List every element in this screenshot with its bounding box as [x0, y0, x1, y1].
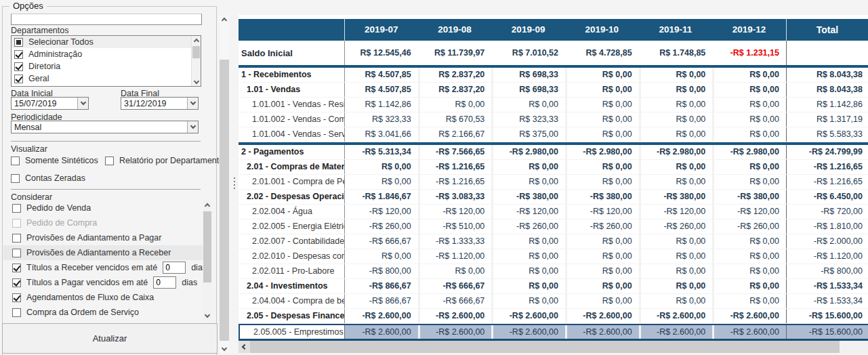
dias-input[interactable]: [153, 276, 176, 289]
checkbox-icon[interactable]: [14, 62, 23, 71]
table-row[interactable]: 1.01.001 - Vendas - ResidencialR$ 1.142,…: [239, 98, 868, 112]
checkbox-icon[interactable]: [12, 249, 21, 257]
table-row[interactable]: 1.01.004 - Vendas - ServiçosR$ 3.041,66R…: [239, 127, 868, 142]
scrollbar-thumb[interactable]: [220, 60, 229, 341]
table-row[interactable]: 2.02 - Despesas Operacionais-R$ 1.846,67…: [239, 190, 868, 205]
scrollbar-thumb[interactable]: [192, 46, 200, 58]
value-cell: -R$ 1.216,65: [418, 175, 492, 189]
checkbox-icon[interactable]: [14, 50, 23, 59]
checkbox-somente-sinteticos[interactable]: Somente Sintéticos: [11, 156, 98, 165]
considerar-option-label: Compra da Ordem de Serviço: [26, 308, 139, 317]
value-cell: -R$ 2.600,00: [639, 325, 713, 339]
table-row[interactable]: 2.05 - Despesas Financeiras-R$ 2.600,00-…: [239, 309, 868, 324]
total-cell: -R$ 6.450,00: [786, 190, 868, 204]
table-row[interactable]: 2.04.004 - Compra de bens de pequeno val…: [239, 294, 868, 309]
table-row[interactable]: 1.01.002 - Vendas - ComercialR$ 323,33R$…: [239, 112, 868, 127]
row-label-cell: 2 - Pagamentos: [239, 145, 344, 159]
table-row[interactable]: 2.02.007 - Contabilidade - Honorários-R$…: [239, 234, 868, 249]
checkbox-icon[interactable]: [12, 234, 21, 243]
table-row[interactable]: 2.02.011 - Pro-Labore-R$ 800,00R$ 0,00R$…: [239, 264, 868, 279]
checkbox-icon[interactable]: [11, 156, 20, 165]
dias-input[interactable]: [163, 262, 186, 274]
checkbox-icon[interactable]: [14, 75, 23, 83]
table-row[interactable]: 2.02.004 - Água-R$ 120,00-R$ 120,00-R$ 1…: [239, 205, 868, 220]
scroll-up-icon[interactable]: [192, 36, 201, 46]
scroll-up-icon[interactable]: [203, 201, 212, 211]
department-item[interactable]: Geral: [12, 72, 201, 85]
saldo-inicial-row[interactable]: Saldo Inicial R$ 12.545,46R$ 11.739,97R$…: [239, 41, 868, 65]
splitter-handle[interactable]: [233, 178, 236, 191]
considerar-option[interactable]: Agendamentos de Fluxo de Caixa: [3, 290, 203, 305]
value-cell: -R$ 120,00: [344, 205, 418, 219]
row-label-cell: 2.01 - Compras de Materiais Produtivos: [239, 160, 344, 174]
departamentos-listbox[interactable]: Selecionar TodosAdministraçãoDiretoriaGe…: [11, 35, 201, 87]
scroll-up-icon[interactable]: [220, 15, 229, 25]
checkbox-icon[interactable]: [12, 278, 21, 287]
select-all-checkbox-icon[interactable]: [14, 38, 23, 47]
table-row[interactable]: 1.01 - VendasR$ 4.507,85R$ 2.837,20R$ 69…: [239, 83, 868, 98]
checkbox-icon[interactable]: [12, 204, 21, 213]
value-cell: R$ 0,00: [712, 234, 786, 249]
month-header-cell: 2019-07: [344, 19, 418, 41]
periodicidade-combobox[interactable]: Mensal: [11, 121, 199, 133]
value-cell: R$ 0,00: [712, 160, 786, 174]
considerar-option[interactable]: Títulos a Receber vencidos em atédias: [3, 260, 203, 275]
table-row[interactable]: 2.01.001 - Compra de Peças XR$ 0,00-R$ 1…: [239, 175, 868, 190]
table-row[interactable]: 2.04 - Investimentos-R$ 866,67-R$ 666,67…: [239, 279, 868, 294]
considerar-option[interactable]: Pedido de Venda: [3, 201, 203, 215]
data-final-combobox[interactable]: 31/12/2019: [121, 97, 199, 110]
checkbox-icon[interactable]: [105, 156, 114, 165]
value-cell: R$ 0,00: [712, 264, 786, 278]
horizontal-scrollbar[interactable]: [239, 341, 868, 353]
checkbox-icon[interactable]: [12, 308, 21, 317]
value-cell: R$ 0,00: [491, 98, 565, 112]
considerar-option[interactable]: Compra da Ordem de Serviço: [3, 305, 203, 320]
table-row[interactable]: 1 - RecebimentosR$ 4.507,85R$ 2.837,20R$…: [239, 68, 868, 83]
considerar-option[interactable]: Pedido de Compra: [3, 215, 203, 230]
dropdown-arrow-icon[interactable]: [77, 98, 88, 109]
filter-input[interactable]: [11, 14, 202, 25]
table-row[interactable]: 2.02.005 - Energia Elétrica-R$ 260,00-R$…: [239, 220, 868, 234]
scroll-down-icon[interactable]: [220, 343, 229, 353]
scroll-down-icon[interactable]: [192, 76, 201, 86]
value-cell: R$ 0,00: [639, 175, 713, 189]
value-cell: -R$ 866,67: [344, 279, 418, 293]
checkbox-relatorio-departamento[interactable]: Relatório por Departamento: [105, 156, 224, 165]
scroll-left-icon[interactable]: [239, 341, 250, 353]
dropdown-arrow-icon[interactable]: [187, 98, 198, 109]
value-cell: R$ 1.142,86: [344, 98, 418, 112]
table-row[interactable]: 2 - Pagamentos-R$ 5.313,34-R$ 7.566,65-R…: [239, 145, 868, 160]
checkbox-icon[interactable]: [12, 293, 21, 302]
panel-scrollbar[interactable]: [220, 15, 229, 353]
row-label-cell: 2.02.004 - Água: [239, 205, 344, 219]
considerar-scrollbar[interactable]: [203, 201, 212, 320]
value-cell: -R$ 2.600,00: [712, 309, 786, 323]
scroll-down-icon[interactable]: [203, 310, 212, 320]
value-cell: -R$ 1.216,65: [418, 160, 492, 174]
considerar-option[interactable]: Provisões de Adiantamento a Pagar: [3, 230, 203, 245]
value-cell: R$ 0,00: [491, 175, 565, 189]
department-item[interactable]: Selecionar Todos: [12, 36, 201, 48]
value-cell: R$ 0,00: [639, 279, 713, 293]
considerar-option[interactable]: Títulos a Pagar vencidos em atédias: [3, 275, 203, 290]
table-row[interactable]: 2.02.010 - Despesas com veículosR$ 0,00-…: [239, 249, 868, 264]
checkbox-icon[interactable]: [12, 264, 21, 272]
value-cell: R$ 0,00: [344, 175, 418, 189]
atualizar-button[interactable]: Atualizar: [2, 323, 218, 354]
scrollbar-thumb[interactable]: [203, 211, 211, 283]
departamentos-scrollbar[interactable]: [191, 36, 201, 86]
table-row[interactable]: 2.01 - Compras de Materiais ProdutivosR$…: [239, 160, 868, 175]
data-inicial-combobox[interactable]: 15/07/2019: [11, 97, 89, 110]
value-cell: R$ 0,00: [418, 98, 492, 112]
value-cell: R$ 0,00: [565, 98, 639, 112]
value-cell: -R$ 120,00: [418, 205, 492, 219]
checkbox-icon[interactable]: [11, 174, 20, 183]
dropdown-arrow-icon[interactable]: [187, 121, 198, 133]
checkbox-contas-zeradas[interactable]: Contas Zeradas: [11, 173, 85, 183]
visualizar-label: Visualizar: [11, 144, 47, 154]
value-cell: R$ 0,00: [712, 249, 786, 264]
table-row[interactable]: 2.05.005 - Emprestimos contratados-R$ 2.…: [239, 324, 868, 341]
department-item[interactable]: Diretoria: [12, 60, 201, 72]
department-item[interactable]: Administração: [12, 48, 201, 60]
considerar-option[interactable]: Provisões de Adiantamento a Receber: [3, 245, 203, 260]
